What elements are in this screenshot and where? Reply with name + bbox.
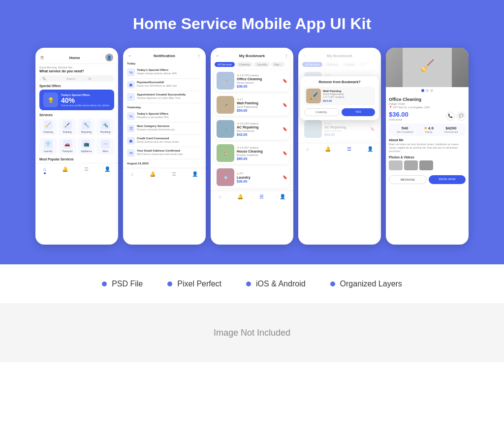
photo-1	[389, 160, 403, 170]
service-location: 📍 437 Star St, Los Angeles, USA	[389, 106, 466, 109]
photo-3	[419, 160, 433, 170]
bookmark-icon-3[interactable]: 🔖	[283, 127, 287, 131]
service-more[interactable]: ⋯ More	[96, 138, 114, 155]
bookmark-card-3[interactable]: ⚙️ ★ 4.8 (253 reviews) AC Repairing Max …	[215, 118, 289, 140]
bookmark-card-1[interactable]: 🧹 ★ 4.9 (743 reviews) Office Cleaning Ha…	[215, 70, 289, 92]
phone3-title: My Bookmark	[239, 54, 265, 58]
location-text: 437 Star St, Los Angeles, USA	[393, 106, 430, 109]
notif-desc-6: Donec tempus risus nec cursus ornare	[137, 140, 202, 143]
laundry-icon: 👕	[44, 140, 53, 149]
nav3-home[interactable]: ⌂	[219, 194, 221, 199]
notif-icon-2: ▣	[127, 81, 135, 89]
bookmark-icon-4[interactable]: 🔖	[283, 151, 287, 156]
notif-title-7: Your Email Address Confirmed	[137, 149, 202, 152]
offer-card: 👷 Today's Special Offers 40% Cras ex arc…	[39, 90, 114, 110]
offer-discount: 40%	[61, 96, 110, 104]
yesterday-label: Yesterday	[127, 106, 202, 109]
notif-desc-7: Sed rhoncus massa quis enim auctor mail	[137, 153, 202, 156]
modal-item-img: 🖌️	[306, 89, 321, 103]
feature-dot-pixel	[167, 282, 172, 286]
nav2-bell[interactable]: 🔔	[150, 171, 156, 177]
stats-row: 540 Job Completed ★ 4.9 Rating $4200 Tot…	[389, 124, 466, 136]
cancel-button[interactable]: CANCEL	[304, 108, 339, 116]
bottom-nav-4: ⌂ 🔔 ☰ 👤	[298, 143, 381, 154]
notif-icon-7: ✉	[127, 149, 135, 157]
jobs-label: Job Completed	[397, 130, 413, 133]
notif-item-5[interactable]: ☰ New Category Services Praesent venenat…	[127, 123, 202, 135]
message-button[interactable]: MESSAGE	[389, 175, 427, 184]
nav-bell[interactable]: 🔔	[62, 166, 68, 174]
phone1-title: Home	[69, 56, 80, 60]
nav2-profile[interactable]: 👤	[192, 171, 198, 177]
tab-laundry[interactable]: Laundry	[254, 62, 270, 67]
bookmark-icon-5[interactable]: 🔖	[283, 175, 287, 180]
service-plumbing[interactable]: 🔩 Plumbing	[96, 119, 114, 135]
tab-rep[interactable]: Rep...	[271, 62, 284, 67]
card-provider-2: Jarvis Pepperspray	[237, 105, 283, 108]
more-icon: ⋯	[101, 140, 110, 149]
more-button-2[interactable]: ⋮	[197, 54, 201, 58]
repairing-label: Repairing	[81, 130, 92, 133]
filter-icon[interactable]: ⊞	[89, 77, 111, 80]
service-repairing[interactable]: 🔧 Repairing	[78, 119, 95, 135]
notif-item-4[interactable]: % Today's Special Offers Phasellus ut el…	[127, 110, 202, 123]
service-transport[interactable]: 🚗 Transport	[59, 138, 76, 155]
about-text: Etiam vel metus vel nunc tincidunt ornar…	[389, 143, 466, 153]
service-painting[interactable]: 🖌️ Painting	[59, 119, 76, 135]
bookmark-icon-1[interactable]: 🔖	[283, 79, 287, 83]
appliance-label: Appliance	[81, 150, 92, 153]
notif-item-2[interactable]: ▣ PaymentSuccesfull Donec arcu fermentum…	[127, 79, 202, 91]
nav3-list[interactable]: ☰	[259, 194, 264, 199]
notif-item-7[interactable]: ✉ Your Email Address Confirmed Sed rhonc…	[127, 147, 202, 159]
notif-item-1[interactable]: % Today's Special Offers Integer semper …	[127, 66, 202, 79]
photo-2	[404, 160, 418, 170]
bookmark-card-2[interactable]: 🖌️ ★ 4.7 Wall Painting Jarvis Pepperspra…	[215, 94, 289, 116]
more-button-3[interactable]: ⋮	[284, 54, 288, 58]
tab-all-services[interactable]: All Services	[215, 62, 235, 67]
search-bar[interactable]: 🔍 Search ⊞	[39, 75, 114, 82]
nav2-home[interactable]: ⌂	[131, 171, 134, 177]
card-name-3: AC Repairing	[237, 125, 283, 129]
back-button-2[interactable]: ←	[128, 54, 132, 58]
notif-item-3[interactable]: ✓ Appointment Created Successfully Vivam…	[127, 91, 202, 103]
yes-button[interactable]: YES	[342, 108, 376, 116]
bookmark-icon-2[interactable]: 🔖	[283, 103, 287, 107]
nav-list[interactable]: ☰	[84, 166, 89, 174]
hero-image: 🧹	[386, 48, 469, 87]
nav4-list[interactable]: ☰	[347, 146, 351, 152]
card-provider-1: Harvey Spectre	[237, 81, 283, 84]
menu-icon[interactable]: ☰	[40, 56, 44, 60]
feature-label-psd: PSD File	[112, 280, 143, 288]
bell-nav-icon: 🔔	[62, 166, 68, 172]
notif-item-6[interactable]: ▣ Credit Card Connected Donec tempus ris…	[127, 135, 202, 147]
card-name-2: Wall Painting	[237, 101, 283, 105]
bookmark-card-4[interactable]: 🏠 ★ 4.6 (647 reviews) House Cleaning Bra…	[215, 142, 289, 164]
dot-active	[421, 89, 424, 92]
service-appliance[interactable]: 📺 Appliance	[78, 138, 95, 155]
nav-profile[interactable]: 👤	[104, 166, 110, 174]
laundry-label: Laundry	[44, 150, 53, 153]
phone-button[interactable]: 📞	[446, 112, 455, 121]
dot-2	[430, 89, 433, 92]
notif-desc-2: Donec arcu fermentum ac debit card	[137, 84, 202, 87]
card-img-3: ⚙️	[217, 120, 234, 138]
nav4-profile[interactable]: 👤	[367, 146, 373, 152]
repairing-icon: 🔧	[82, 121, 91, 129]
p5-content: Office Cleaning Indigo Violet 📍 437 Star…	[386, 94, 469, 188]
nav3-profile[interactable]: 👤	[280, 194, 285, 199]
tab-cleaning[interactable]: Cleaning	[236, 62, 253, 67]
nav4-bell[interactable]: 🔔	[325, 146, 331, 152]
book-now-button[interactable]: BOOK NOW	[429, 175, 466, 184]
service-price: $36.00	[389, 111, 409, 118]
bookmark-card-5[interactable]: 👕 ★ 4.5 Laundry $30.00 🔖	[215, 166, 289, 188]
service-cleaning[interactable]: 🧹 Cleaning	[39, 119, 57, 135]
chat-button[interactable]: 💬	[457, 112, 466, 121]
modal-item-price: $54.00	[323, 99, 344, 102]
service-laundry[interactable]: 👕 Laundry	[39, 138, 57, 155]
nav-home[interactable]: ⌂	[43, 166, 46, 174]
nav3-bell[interactable]: 🔔	[237, 194, 243, 199]
stat-jobs: 540 Job Completed	[397, 126, 413, 133]
back-button-3[interactable]: ←	[216, 54, 220, 58]
nav2-list[interactable]: ☰	[172, 171, 176, 177]
nav4-home[interactable]: ⌂	[306, 146, 309, 152]
